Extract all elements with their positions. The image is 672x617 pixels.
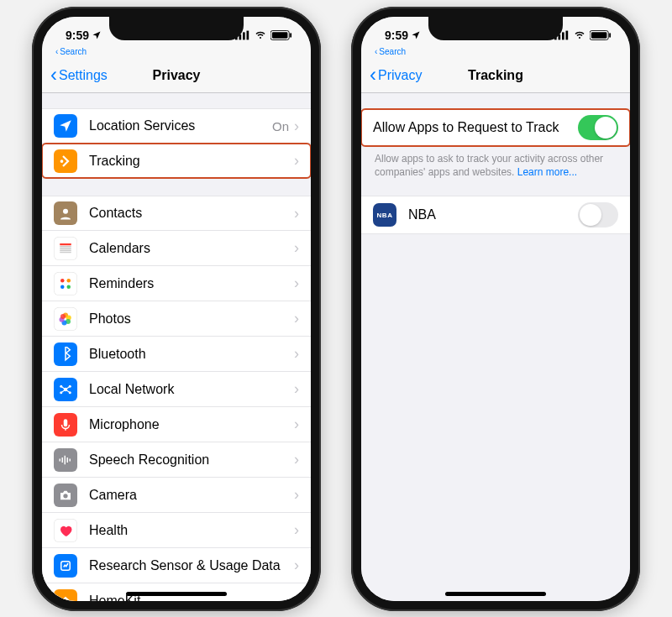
photos-icon bbox=[54, 307, 77, 331]
list-item[interactable]: Reminders› bbox=[42, 266, 311, 301]
chevron-right-icon: › bbox=[294, 521, 299, 539]
svg-point-23 bbox=[60, 314, 66, 319]
content-privacy[interactable]: Location ServicesOn›Tracking› Contacts›C… bbox=[42, 93, 311, 601]
list-item-label: Speech Recognition bbox=[89, 452, 294, 468]
allow-tracking-label: Allow Apps to Request to Track bbox=[373, 120, 578, 135]
nav-bar: ‹ Privacy Tracking bbox=[361, 58, 630, 93]
svg-rect-12 bbox=[60, 249, 71, 251]
page-title: Tracking bbox=[468, 68, 523, 83]
chevron-right-icon: › bbox=[294, 416, 299, 433]
list-item-label: Reminders bbox=[89, 276, 294, 291]
allow-tracking-toggle[interactable] bbox=[578, 115, 618, 140]
status-time: 9:59 bbox=[385, 29, 408, 42]
svg-point-30 bbox=[63, 494, 67, 498]
list-item[interactable]: Bluetooth› bbox=[42, 337, 311, 372]
content-tracking[interactable]: Allow Apps to Request to Track Allow app… bbox=[361, 93, 630, 601]
svg-rect-39 bbox=[591, 32, 607, 38]
breadcrumb-search-label: Search bbox=[60, 47, 87, 56]
chevron-right-icon: › bbox=[294, 451, 299, 468]
list-item-label: Contacts bbox=[89, 206, 294, 221]
svg-point-7 bbox=[60, 159, 64, 163]
list-item-label: Location Services bbox=[89, 118, 272, 133]
app-tracking-row[interactable]: NBANBA bbox=[361, 196, 630, 234]
chevron-right-icon: › bbox=[294, 557, 299, 574]
home-indicator[interactable] bbox=[126, 592, 227, 596]
svg-rect-29 bbox=[64, 419, 68, 426]
chevron-right-icon: › bbox=[294, 486, 299, 504]
location-icon bbox=[54, 114, 77, 138]
chevron-right-icon: › bbox=[294, 152, 299, 170]
svg-point-14 bbox=[60, 279, 65, 283]
list-item-label: Research Sensor & Usage Data bbox=[89, 558, 294, 573]
list-item-label: Tracking bbox=[89, 154, 294, 169]
list-item[interactable]: Local Network› bbox=[42, 372, 311, 407]
battery-icon bbox=[590, 30, 612, 40]
chevron-left-icon: ‹ bbox=[370, 69, 376, 81]
bluetooth-icon bbox=[54, 342, 77, 366]
list-item[interactable]: Speech Recognition› bbox=[42, 442, 311, 478]
chevron-left-icon: ‹ bbox=[375, 47, 377, 56]
chevron-right-icon: › bbox=[294, 205, 299, 222]
camera-icon bbox=[54, 484, 77, 507]
back-label: Privacy bbox=[378, 68, 422, 83]
breadcrumb-search[interactable]: ‹ Search bbox=[361, 47, 630, 58]
list-item-label: Microphone bbox=[89, 417, 294, 432]
svg-rect-6 bbox=[290, 33, 291, 38]
chevron-right-icon: › bbox=[294, 345, 299, 363]
tracking-footer: Allow apps to ask to track your activity… bbox=[361, 147, 630, 179]
home-icon bbox=[54, 589, 77, 602]
list-item-label: Calendars bbox=[89, 241, 294, 256]
speech-icon bbox=[54, 448, 77, 472]
phone-privacy: 9:59 ‹ Search ‹ Settings Privacy Locatio… bbox=[32, 7, 321, 611]
notch bbox=[109, 17, 244, 40]
back-button[interactable]: ‹ Settings bbox=[50, 68, 108, 83]
svg-point-16 bbox=[60, 285, 65, 289]
reminders-icon bbox=[54, 272, 77, 295]
svg-rect-11 bbox=[60, 248, 71, 249]
list-item[interactable]: Calendars› bbox=[42, 231, 311, 266]
chevron-right-icon: › bbox=[294, 118, 299, 135]
allow-tracking-row[interactable]: Allow Apps to Request to Track bbox=[361, 108, 630, 147]
battery-icon bbox=[270, 30, 292, 40]
chevron-right-icon: › bbox=[294, 310, 299, 327]
app-tracking-toggle[interactable] bbox=[578, 202, 618, 227]
home-indicator[interactable] bbox=[445, 592, 546, 596]
list-item[interactable]: Microphone› bbox=[42, 407, 311, 442]
tracking-icon bbox=[54, 149, 77, 173]
network-icon bbox=[54, 378, 77, 401]
location-arrow-icon bbox=[411, 30, 421, 40]
svg-rect-3 bbox=[247, 31, 249, 40]
list-item-label: Photos bbox=[89, 311, 294, 327]
learn-more-link[interactable]: Learn more... bbox=[517, 166, 577, 178]
list-item[interactable]: Tracking› bbox=[42, 144, 311, 179]
list-item-label: Bluetooth bbox=[89, 347, 294, 362]
list-item[interactable]: Health› bbox=[42, 513, 311, 548]
svg-point-15 bbox=[67, 279, 71, 283]
notch bbox=[428, 17, 563, 40]
list-item[interactable]: Contacts› bbox=[42, 196, 311, 231]
svg-rect-5 bbox=[272, 32, 288, 38]
phone-tracking: 9:59 ‹ Search ‹ Privacy Tracking All bbox=[351, 7, 640, 611]
wifi-icon bbox=[573, 30, 586, 40]
mic-icon bbox=[54, 413, 77, 437]
app-label: NBA bbox=[408, 207, 578, 222]
svg-rect-13 bbox=[60, 251, 71, 253]
svg-point-17 bbox=[67, 285, 71, 289]
chevron-left-icon: ‹ bbox=[50, 69, 57, 81]
chevron-right-icon: › bbox=[294, 239, 299, 257]
svg-rect-2 bbox=[243, 32, 245, 39]
list-item[interactable]: Photos› bbox=[42, 301, 311, 337]
list-item[interactable]: Research Sensor & Usage Data› bbox=[42, 548, 311, 583]
status-time: 9:59 bbox=[66, 29, 89, 42]
back-button[interactable]: ‹ Privacy bbox=[370, 68, 422, 83]
nav-bar: ‹ Settings Privacy bbox=[42, 58, 311, 93]
list-item[interactable]: Location ServicesOn› bbox=[42, 108, 311, 144]
svg-rect-9 bbox=[60, 243, 71, 245]
breadcrumb-search-label: Search bbox=[379, 47, 406, 56]
screen-privacy: 9:59 ‹ Search ‹ Settings Privacy Locatio… bbox=[42, 17, 311, 601]
health-icon bbox=[54, 519, 77, 542]
svg-rect-36 bbox=[562, 32, 564, 39]
list-item[interactable]: Camera› bbox=[42, 478, 311, 513]
page-title: Privacy bbox=[153, 68, 201, 83]
breadcrumb-search[interactable]: ‹ Search bbox=[42, 47, 311, 58]
